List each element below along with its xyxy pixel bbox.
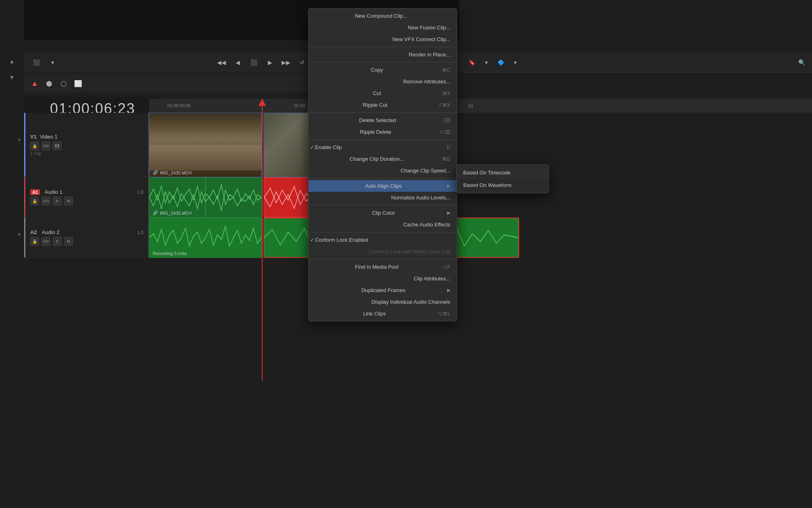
loop-btn[interactable]: ↺ — [296, 57, 308, 68]
v1-clip-1[interactable]: 🔗 IMG_2435.MOV — [149, 113, 262, 177]
a1-collapse-btn[interactable]: ▲ — [15, 230, 23, 238]
submenu-based-on-waveform[interactable]: Based On Waveform — [457, 179, 549, 191]
prev-marker-btn[interactable]: ◀◀ — [216, 57, 227, 68]
menu-new-compound-clip[interactable]: New Compound Clip... — [309, 10, 457, 22]
a2-lock-btn[interactable]: 🔒 — [30, 237, 39, 246]
menu-clip-attributes[interactable]: Clip Attributes... — [309, 273, 457, 284]
v1-name: Video 1 — [40, 134, 58, 140]
monitor-icon[interactable]: ⬛ — [31, 57, 42, 68]
menu-ripple-delete[interactable]: Ripple Delete ⇧⌫ — [309, 126, 457, 138]
panel-expand-btn[interactable]: ▲ — [5, 56, 19, 67]
menu-new-fusion-clip-label: New Fusion Clip... — [408, 25, 450, 31]
right-dropdown[interactable]: ▾ — [481, 57, 492, 68]
a1-clip-1-label: 🔗 IMG_2435.MOV — [153, 210, 192, 216]
menu-find-in-media-pool[interactable]: Find In Media Pool ⌥F — [309, 261, 457, 273]
panel-collapse-btn[interactable]: ▼ — [5, 72, 19, 83]
a2-clip-1[interactable]: Recording 3.m4a — [149, 218, 262, 258]
menu-new-fusion-clip[interactable]: New Fusion Clip... — [309, 22, 457, 33]
a1-clip-1-marker — [205, 178, 206, 217]
step-back-btn[interactable]: ◀ — [232, 57, 243, 68]
v1-edit-btn[interactable]: </> — [41, 141, 50, 150]
submenu-based-on-timecode[interactable]: Based On Timecode — [457, 166, 549, 179]
menu-cut[interactable]: Cut ⌘X — [309, 87, 457, 99]
select-tool-btn[interactable]: ▲ — [29, 78, 40, 89]
a1-solo-btn[interactable]: S — [53, 197, 62, 205]
auto-align-submenu: Based On Timecode Based On Waveform — [456, 164, 549, 193]
track-a2-label-row: A2 Audio 2 1.0 🔒 </> S M — [24, 218, 149, 258]
trim-tool-btn[interactable]: ⬢ — [44, 78, 55, 89]
right-marker-dropdown[interactable]: ▾ — [510, 57, 521, 68]
menu-delete-selected[interactable]: Delete Selected ⌫ — [309, 114, 457, 126]
a1-name: Audio 1 — [45, 189, 62, 195]
menu-change-clip-duration[interactable]: Change Clip Duration... ⌘D — [309, 153, 457, 165]
a2-track-label: A2 Audio 2 1.0 🔒 </> S M — [24, 218, 149, 257]
right-ruler: 01 — [465, 99, 812, 113]
menu-ripple-cut[interactable]: Ripple Cut ⇧⌘X — [309, 99, 457, 111]
right-zoom-icon[interactable]: 🔍 — [796, 57, 807, 68]
sep-1 — [309, 47, 457, 47]
menu-conform-lock-enabled[interactable]: ✓ Conform Lock Enabled — [309, 234, 457, 246]
menu-link-clips[interactable]: Link Clips ⌥⌘L — [309, 308, 457, 319]
smart-insert-btn[interactable]: ⬜ — [72, 78, 84, 89]
menu-change-clip-duration-label: Change Clip Duration... — [350, 156, 404, 162]
v1-film-btn[interactable]: 🎞 — [53, 141, 62, 150]
sep-5 — [309, 178, 457, 178]
menu-auto-align-clips[interactable]: Auto Align Clips ▶ — [309, 180, 457, 192]
next-marker-btn[interactable]: ▶▶ — [280, 57, 292, 68]
stop-btn[interactable]: ⬛ — [248, 57, 259, 68]
a1-lock-btn[interactable]: 🔒 — [30, 197, 39, 205]
v1-clip-2[interactable] — [263, 113, 309, 177]
sep-6 — [309, 205, 457, 205]
menu-remove-attributes[interactable]: Remove Attributes... — [309, 76, 457, 87]
app-container: ▲ ▼ ⬛ ▾ ◀◀ ◀ ⬛ ▶ ▶▶ ↺ 01:00:06:23 ▲ ⬢ ⬡ … — [0, 0, 812, 508]
menu-enable-clip-shortcut: D — [447, 145, 450, 150]
track-v1-label-row: V1 Video 1 🔒 </> 🎞 1 Clip — [24, 113, 149, 177]
a1-edit-btn[interactable]: </> — [41, 197, 50, 205]
menu-copy-shortcut: ⌘C — [442, 67, 450, 73]
playhead[interactable] — [262, 99, 263, 381]
a2-mute-btn[interactable]: M — [64, 237, 73, 246]
menu-delete-selected-label: Delete Selected — [359, 117, 396, 123]
ruler-mark-2: 01:00: — [294, 103, 307, 108]
a1-clip-1[interactable]: 🔗 IMG_2435.MOV — [149, 177, 262, 218]
menu-remove-attributes-label: Remove Attributes... — [403, 79, 450, 85]
menu-cache-audio-effects[interactable]: Cache Audio Effects — [309, 219, 457, 230]
a2-solo-btn[interactable]: S — [53, 237, 62, 246]
a2-name: Audio 2 — [42, 229, 60, 235]
a2-clip-1-name: Recording 3.m4a — [153, 251, 186, 256]
a1-link-icon: 🔗 — [153, 210, 158, 216]
v1-collapse-btn[interactable]: ▲ — [15, 135, 23, 143]
right-monitor-icon[interactable]: 🔖 — [466, 57, 477, 68]
menu-new-vfx-connect-clip[interactable]: New VFX Connect Clip... — [309, 33, 457, 45]
right-marker-icon[interactable]: 🔷 — [495, 57, 506, 68]
a1-mute-btn[interactable]: M — [64, 197, 73, 205]
left-panel: ▲ ▼ — [0, 52, 24, 508]
submenu-based-on-timecode-label: Based On Timecode — [463, 170, 511, 176]
menu-conform-lock-enabled-label: Conform Lock Enabled — [315, 237, 368, 243]
sep-2 — [309, 62, 457, 62]
play-btn[interactable]: ▶ — [264, 57, 276, 68]
menu-enable-clip[interactable]: ✓ Enable Clip D — [309, 141, 457, 153]
a1-badge: A1 — [30, 189, 40, 195]
menu-clip-color[interactable]: Clip Color ▶ — [309, 207, 457, 219]
submenu-based-on-waveform-label: Based On Waveform — [463, 182, 512, 188]
conform-lock-check: ✓ — [310, 237, 314, 243]
context-menu: New Compound Clip... New Fusion Clip... … — [308, 8, 457, 321]
v1-track-label: V1 Video 1 🔒 </> 🎞 1 Clip — [24, 113, 149, 177]
menu-normalize-audio[interactable]: Normalize Audio Levels... — [309, 192, 457, 203]
menu-copy-label: Copy — [371, 67, 383, 73]
menu-link-clips-label: Link Clips — [363, 311, 385, 317]
a2-edit-btn[interactable]: </> — [41, 237, 50, 246]
menu-duplicated-frames[interactable]: Duplicated Frames ▶ — [309, 284, 457, 296]
link-icon: 🔗 — [153, 170, 158, 175]
transport-dropdown[interactable]: ▾ — [47, 57, 58, 68]
menu-cut-shortcut: ⌘X — [442, 91, 450, 96]
auto-align-arrow: ▶ — [447, 183, 450, 189]
menu-display-individual-audio[interactable]: Display Individual Audio Channels — [309, 296, 457, 308]
dynamic-trim-btn[interactable]: ⬡ — [58, 78, 69, 89]
menu-change-clip-speed[interactable]: Change Clip Speed... — [309, 165, 457, 176]
menu-render-in-place[interactable]: Render in Place... — [309, 49, 457, 60]
v1-lock-btn[interactable]: 🔒 — [30, 141, 39, 150]
menu-enable-clip-label: Enable Clip — [315, 144, 342, 150]
menu-copy[interactable]: Copy ⌘C — [309, 64, 457, 76]
